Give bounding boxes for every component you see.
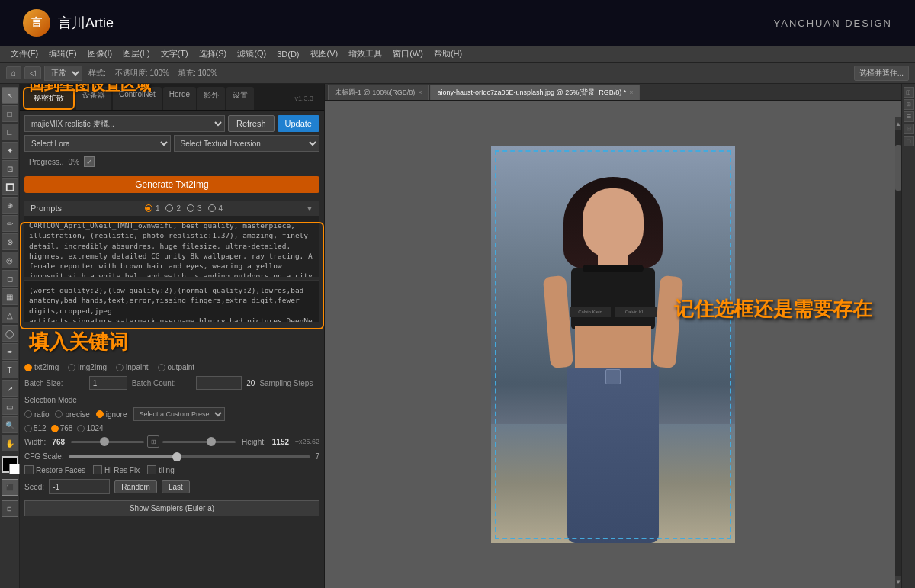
cb-box-hires [93,465,102,474]
res-1024[interactable]: 1024 [77,424,103,432]
seed-input[interactable] [49,479,110,494]
tool-foreground-color[interactable] [2,456,18,473]
prompt-tab-3[interactable]: 3 [187,204,202,213]
tool-gradient[interactable]: ▦ [2,288,18,305]
seed-row: Seed: Random Last [20,476,324,497]
generate-button[interactable]: Generate Txt2Img [24,176,319,193]
tool-path[interactable]: ↗ [2,380,18,397]
right-btn-4[interactable]: ⊡ [904,124,914,134]
menu-select[interactable]: 选择(S) [194,47,232,61]
right-btn-3[interactable]: ☰ [904,111,914,122]
sel-ratio[interactable]: ratio [24,410,49,419]
canvas-tab-photo[interactable]: aiony-haust-orIdc7za06E-unsplash.jpg @ 2… [430,85,640,100]
refresh-button[interactable]: Refresh [228,115,274,132]
menu-3d[interactable]: 3D(D) [272,48,303,60]
prompt-tab-2[interactable]: 2 [165,204,181,213]
positive-prompt-textarea[interactable]: CARTOON_April_ONeil_TMNT_ownwaifu, best … [24,216,319,277]
model-row: majicMIX realistic 麦橘... Refresh Update [24,115,319,132]
tool-dodge[interactable]: ◯ [2,325,18,342]
ps-window: 文件(F) 编辑(E) 图像(I) 图层(L) 文字(T) 选择(S) 滤镜(Q… [0,46,915,588]
sd-tab-horde[interactable]: Horde [163,87,196,110]
lora-select[interactable]: Select Lora [24,135,171,152]
update-button[interactable]: Update [278,115,319,132]
show-samplers-button[interactable]: Show Samplers (Euler a) [24,500,319,516]
custom-preset-select[interactable]: Select a Custom Preset [133,407,225,421]
tool-shape[interactable]: ▭ [2,398,18,415]
wh-link-icon[interactable]: ⊞ [147,435,159,448]
toolbar-opacity-value: 不透明度: 100% [112,68,172,79]
vscrollbar-thumb[interactable] [895,145,901,191]
mode-outpaint[interactable]: outpaint [158,363,195,371]
tool-magic-wand[interactable]: ✦ [2,142,18,159]
res-512[interactable]: 512 [24,424,47,432]
tool-history[interactable]: ◎ [2,252,18,268]
cb-tiling[interactable]: tiling [147,465,175,474]
tool-brush[interactable]: ✏ [2,215,18,232]
right-btn-2[interactable]: ⊞ [904,99,914,110]
prompts-collapse-icon[interactable]: ▼ [306,204,313,213]
tool-pen[interactable]: ✒ [2,343,18,360]
menu-window[interactable]: 窗口(W) [388,47,428,61]
menu-filter[interactable]: 滤镜(Q) [233,47,271,61]
toolbar-home-btn[interactable]: ⌂ [6,66,21,79]
batch-count-input[interactable] [196,376,242,390]
cb-restore-faces[interactable]: Restore Faces [24,465,85,474]
batch-count-value: 20 [246,379,255,387]
random-button[interactable]: Random [114,480,157,493]
menu-text[interactable]: 文字(T) [156,47,193,61]
mode-img2img[interactable]: img2img [68,363,107,371]
progress-check[interactable]: ✓ [84,156,95,167]
prompt-tab-1[interactable]: 1 [145,204,160,213]
menu-view[interactable]: 视图(V) [306,47,343,61]
toolbar-back-btn[interactable]: ◁ [24,66,41,79]
sd-tab-settings[interactable]: 设置 [226,87,254,110]
sel-ignore[interactable]: ignore [96,410,127,419]
right-btn-1[interactable]: ◫ [904,87,914,98]
menu-layer[interactable]: 图层(L) [118,47,154,61]
tool-eraser[interactable]: ◻ [2,270,18,287]
sd-controls: majicMIX realistic 麦橘... Refresh Update … [20,111,324,173]
mode-inpaint[interactable]: inpaint [116,363,148,371]
toolbar-mode-select[interactable]: 正常 [44,66,82,81]
tool-heal[interactable]: ⊕ [2,197,18,214]
canvas-tab-untitled[interactable]: 未标题-1 @ 100%(RGB/8) × [328,85,429,100]
tab-close-untitled[interactable]: × [418,88,422,96]
tool-type[interactable]: T [2,361,18,378]
tool-blur[interactable]: △ [2,307,18,323]
brand-left: 言 言川Artie [23,9,114,37]
tool-zoom[interactable]: 🔍 [2,416,18,433]
right-btn-5[interactable]: ◻ [904,136,914,146]
tab-close-photo[interactable]: × [629,88,633,96]
canvas-vscrollbar[interactable]: ▲ ▼ [895,117,901,588]
tool-screen-mode[interactable]: ⊡ [2,500,18,517]
menu-image[interactable]: 图像(I) [83,47,117,61]
sel-mode-label: Selection Mode [24,396,77,404]
tool-lasso[interactable]: ∟ [2,124,18,140]
tool-quick-mask[interactable]: ⬛ [2,479,18,496]
sel-precise[interactable]: precise [55,410,89,419]
select-mask-btn[interactable]: 选择并遮住... [854,66,909,81]
prompt-tab-4[interactable]: 4 [208,204,223,213]
textual-inversion-select[interactable]: Select Textual Inversion [174,135,320,152]
sd-tab-shadow[interactable]: 影外 [197,87,225,110]
sel-radio-precise [55,410,63,418]
tool-select-rect[interactable]: □ [2,105,18,122]
menu-help[interactable]: 帮助(H) [429,47,467,61]
tool-move[interactable]: ↖ [2,87,18,104]
tool-crop[interactable]: ⊡ [2,160,18,177]
negative-prompt-textarea[interactable]: (worst quality:2),(low quality:2),(norma… [24,280,319,322]
cb-hires-fix[interactable]: Hi Res Fix [93,465,140,474]
mode-txt2img[interactable]: txt2img [24,363,59,371]
batch-size-input[interactable] [89,376,127,390]
tool-hand[interactable]: ✋ [2,435,18,451]
model-select[interactable]: majicMIX realistic 麦橘... [24,115,225,132]
cfg-slider[interactable] [69,455,311,458]
annotation-label-1: 回到生图设置区域 [29,84,151,95]
last-button[interactable]: Last [162,480,190,493]
menu-file[interactable]: 文件(F) [6,47,43,61]
menu-plugins[interactable]: 增效工具 [344,47,387,61]
tool-clone[interactable]: ⊗ [2,233,18,250]
res-768[interactable]: 768 [51,424,73,432]
tool-eyedropper[interactable]: 🔳 [2,178,18,195]
menu-edit[interactable]: 编辑(E) [44,47,82,61]
